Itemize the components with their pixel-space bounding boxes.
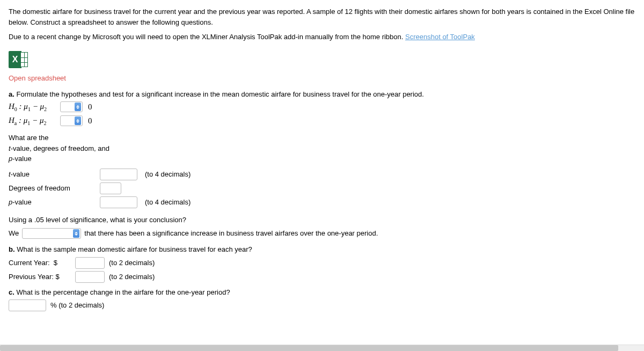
percent-row: % (to 2 decimals) [9,299,635,311]
intro-paragraph-2: Due to a recent change by Microsoft you … [9,32,635,42]
part-b-text: What is the sample mean domestic airfare… [15,245,252,253]
we-label: We [9,228,19,239]
stat-table: t-value (to 4 decimals) Degrees of freed… [9,169,635,208]
pvalue-hint: (to 4 decimals) [145,197,191,208]
h0-math: H0 : μ1 − μ2 [9,100,57,113]
h0-operator-select[interactable] [60,101,83,112]
tvalue-label: t-value [9,169,94,180]
intro-p2-prefix: Due to a recent change by Microsoft you … [9,33,405,41]
part-c-label: c. [9,288,14,296]
part-c-text: What is the percentage change in the air… [14,288,230,296]
conclusion-row: We that there has been a significance in… [9,228,635,239]
pvalue-input[interactable] [100,196,137,208]
pvalue-label: p-value [9,197,94,208]
open-spreadsheet-link[interactable]: Open spreadsheet [9,73,635,84]
stepper-icon [73,229,79,238]
part-a-label: a. [9,90,14,98]
df-row: Degrees of freedom [9,182,635,194]
current-year-row: Current Year: $ (to 2 decimals) [9,257,635,269]
ha-zero: 0 [88,115,92,127]
previous-year-input[interactable] [75,271,105,283]
previous-year-label: Previous Year: $ [9,272,73,282]
part-c: c. What is the percentage change in the … [9,287,635,312]
conclusion-text: that there has been a significance incre… [84,228,378,239]
df-label: Degrees of freedom [9,183,94,194]
h0-row: H0 : μ1 − μ2 0 [9,100,635,113]
pvalue-row: p-value (to 4 decimals) [9,196,635,208]
toolpak-screenshot-link[interactable]: Screenshot of ToolPak [405,33,475,41]
part-c-prompt: c. What is the percentage change in the … [9,287,635,298]
tvalue-input[interactable] [100,169,137,180]
ha-row: Ha : μ1 − μ2 0 [9,114,635,127]
tvalue-row: t-value (to 4 decimals) [9,169,635,180]
excel-icon[interactable]: X [9,51,28,68]
percent-hint: % (to 2 decimals) [50,300,104,311]
df-input[interactable] [100,182,121,194]
cy-hint: (to 2 decimals) [109,258,155,268]
ha-operator-select[interactable] [60,115,83,126]
h0-zero: 0 [88,101,92,113]
q2-line1: What are the [9,133,635,143]
stepper-icon [75,116,81,125]
stats-question: What are the t-value, degrees of freedom… [9,133,635,164]
conclusion-question: Using a .05 level of significance, what … [9,215,635,225]
py-hint: (to 2 decimals) [109,272,155,282]
q2-line2: t-value, degrees of freedom, and [9,143,635,154]
current-year-label: Current Year: $ [9,258,73,268]
previous-year-row: Previous Year: $ (to 2 decimals) [9,271,635,283]
part-b: b. What is the sample mean domestic airf… [9,244,635,283]
q2-line3: p-value [9,153,635,164]
intro-paragraph-1: The domestic airfare for business travel… [9,6,635,27]
part-b-prompt: b. What is the sample mean domestic airf… [9,244,635,255]
tvalue-hint: (to 4 decimals) [145,169,191,180]
conclusion-select[interactable] [22,228,81,239]
current-year-input[interactable] [75,257,105,269]
stepper-icon [75,103,81,111]
intro-block: The domestic airfare for business travel… [9,6,635,42]
ha-math: Ha : μ1 − μ2 [9,114,57,127]
part-a-prompt: a. Formulate the hypotheses and test for… [9,89,635,100]
part-a-text: Formulate the hypotheses and test for a … [14,90,424,98]
percent-input[interactable] [9,299,46,311]
part-a: a. Formulate the hypotheses and test for… [9,89,635,239]
part-b-label: b. [9,245,15,253]
